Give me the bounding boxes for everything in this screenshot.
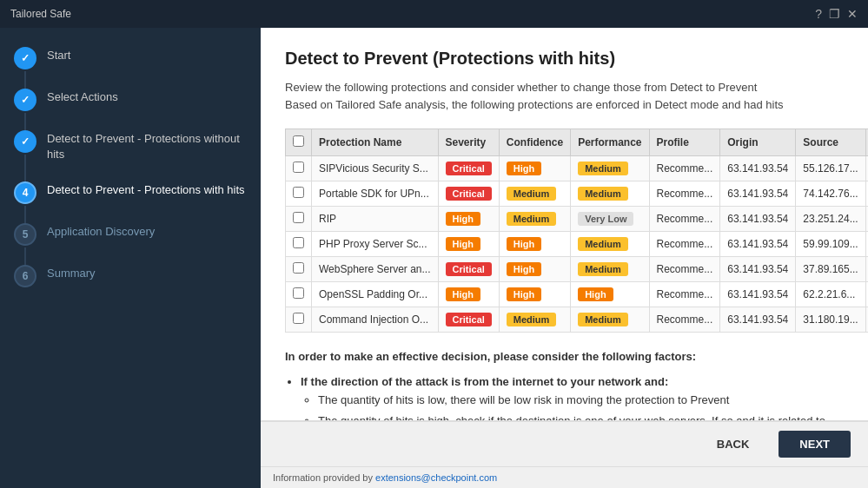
step-label-no-hits: Detect to Prevent - Protections without … xyxy=(47,129,247,162)
row-name-2: RIP xyxy=(312,207,439,232)
row-origin-2: 63.141.93.54 xyxy=(720,207,796,232)
row-performance-2: Very Low xyxy=(571,207,649,232)
row-source-6: 31.180.19... xyxy=(796,307,865,333)
step-label-summary: Summary xyxy=(47,263,96,281)
table-row: Command Injection O... Critical Medium M… xyxy=(286,307,869,333)
row-check-3[interactable] xyxy=(293,237,304,248)
step-icon-app-discovery: 5 xyxy=(14,223,36,246)
back-button[interactable]: BACK xyxy=(696,431,771,458)
main-content: Detect to Prevent (Protections with hits… xyxy=(261,28,868,488)
help-icon[interactable]: ? xyxy=(815,7,822,21)
select-all-checkbox[interactable] xyxy=(293,135,304,147)
row-origin-1: 63.141.93.54 xyxy=(720,181,796,207)
col-header-source: Source xyxy=(796,129,865,156)
step-label-start: Start xyxy=(47,45,70,63)
row-source-1: 74.142.76... xyxy=(796,181,865,207)
col-header-confidence: Confidence xyxy=(499,129,570,156)
row-profile-0: Recomme... xyxy=(649,156,720,181)
row-checkbox-5 xyxy=(286,282,312,307)
sidebar-item-no-hits[interactable]: ✓ Detect to Prevent - Protections withou… xyxy=(0,120,261,171)
row-checkbox-3 xyxy=(286,232,312,257)
app-body: ✓ Start ✓ Select Actions ✓ Detect to Pre… xyxy=(0,28,868,488)
row-checkbox-0 xyxy=(286,156,312,181)
row-name-5: OpenSSL Padding Or... xyxy=(312,282,439,307)
row-performance-6: Medium xyxy=(571,307,649,333)
page-title: Detect to Prevent (Protections with hits… xyxy=(285,49,844,69)
row-performance-4: Medium xyxy=(571,257,649,282)
next-button[interactable]: NEXT xyxy=(779,431,851,458)
content-area: Detect to Prevent (Protections with hits… xyxy=(261,28,868,420)
window-title: Tailored Safe xyxy=(10,8,71,20)
row-check-0[interactable] xyxy=(293,162,304,173)
row-severity-4: Critical xyxy=(438,257,499,282)
desc-line1: Review the following protections and con… xyxy=(285,81,757,94)
info-text: Information provided by xyxy=(273,472,373,483)
row-confidence-1: Medium xyxy=(499,181,570,207)
col-header-name: Protection Name xyxy=(312,129,439,156)
table-row: OpenSSL Padding Or... High High High Rec… xyxy=(286,282,869,307)
row-severity-3: High xyxy=(438,232,499,257)
sidebar-item-with-hits[interactable]: 4 Detect to Prevent - Protections with h… xyxy=(0,171,261,213)
step-icon-with-hits: 4 xyxy=(14,181,36,204)
row-checkbox-6 xyxy=(286,307,312,333)
row-confidence-3: High xyxy=(499,232,570,257)
sidebar-item-select-actions[interactable]: ✓ Select Actions xyxy=(0,78,261,120)
row-severity-1: Critical xyxy=(438,181,499,207)
info-link[interactable]: extensions@checkpoint.com xyxy=(375,472,497,483)
row-check-1[interactable] xyxy=(293,187,304,198)
step-icon-summary: 6 xyxy=(14,265,36,287)
row-source-2: 23.251.24... xyxy=(796,207,865,232)
row-source-0: 55.126.17... xyxy=(796,156,865,181)
col-header-profile: Profile xyxy=(649,129,720,156)
bullet-1-text: If the direction of the attack is from t… xyxy=(301,375,668,388)
step-label-with-hits: Detect to Prevent - Protections with hit… xyxy=(47,180,245,198)
row-checkbox-1 xyxy=(286,181,312,207)
row-confidence-5: High xyxy=(499,282,570,307)
footer-bar: BACK NEXT xyxy=(261,421,868,466)
bullet-1-sub-1: The quantity of hits is low, there will … xyxy=(318,392,844,410)
table-row: PHP Proxy Server Sc... High High Medium … xyxy=(286,232,869,257)
info-title: In order to make an effective decision, … xyxy=(285,348,844,366)
sidebar-item-start[interactable]: ✓ Start xyxy=(0,36,261,78)
row-origin-5: 63.141.93.54 xyxy=(720,282,796,307)
row-check-6[interactable] xyxy=(293,313,304,324)
row-check-2[interactable] xyxy=(293,212,304,223)
sidebar: ✓ Start ✓ Select Actions ✓ Detect to Pre… xyxy=(0,28,261,488)
row-check-4[interactable] xyxy=(293,262,304,274)
row-check-5[interactable] xyxy=(293,287,304,299)
desc-line2: Based on Tailored Safe analysis, the fol… xyxy=(285,98,784,111)
row-name-1: Portable SDK for UPn... xyxy=(312,181,439,207)
row-performance-1: Medium xyxy=(571,181,649,207)
page-desc: Review the following protections and con… xyxy=(285,79,844,113)
row-confidence-2: Medium xyxy=(499,207,570,232)
sidebar-item-summary[interactable]: 6 Summary xyxy=(0,254,261,296)
col-header-checkbox xyxy=(286,129,312,156)
row-profile-3: Recomme... xyxy=(649,232,720,257)
col-header-performance: Performance xyxy=(571,129,649,156)
window-bar: Tailored Safe ? ❐ ✕ xyxy=(0,0,868,28)
row-name-4: WebSphere Server an... xyxy=(312,257,439,282)
row-profile-4: Recomme... xyxy=(649,257,720,282)
protections-table: Protection Name Severity Confidence Perf… xyxy=(285,129,868,333)
row-severity-6: Critical xyxy=(438,307,499,333)
row-source-5: 62.2.21.6... xyxy=(796,282,865,307)
row-checkbox-4 xyxy=(286,257,312,282)
row-name-6: Command Injection O... xyxy=(312,307,439,333)
restore-icon[interactable]: ❐ xyxy=(829,7,840,21)
row-name-0: SIPVicious Security S... xyxy=(312,156,439,181)
close-icon[interactable]: ✕ xyxy=(847,7,858,21)
step-label-select-actions: Select Actions xyxy=(47,87,118,105)
bottom-info: Information provided by extensions@check… xyxy=(261,466,868,488)
sidebar-item-app-discovery[interactable]: 5 Application Discovery xyxy=(0,213,261,254)
step-label-app-discovery: Application Discovery xyxy=(47,221,155,240)
table-row: SIPVicious Security S... Critical High M… xyxy=(286,156,869,181)
row-origin-3: 63.141.93.54 xyxy=(720,232,796,257)
window-controls: ? ❐ ✕ xyxy=(815,7,858,21)
row-performance-0: Medium xyxy=(571,156,649,181)
row-severity-2: High xyxy=(438,207,499,232)
step-icon-no-hits: ✓ xyxy=(14,130,36,153)
row-profile-5: Recomme... xyxy=(649,282,720,307)
row-severity-5: High xyxy=(438,282,499,307)
info-bullets: If the direction of the attack is from t… xyxy=(285,373,844,420)
app-footer: BACK NEXT Information provided by extens… xyxy=(261,420,868,488)
